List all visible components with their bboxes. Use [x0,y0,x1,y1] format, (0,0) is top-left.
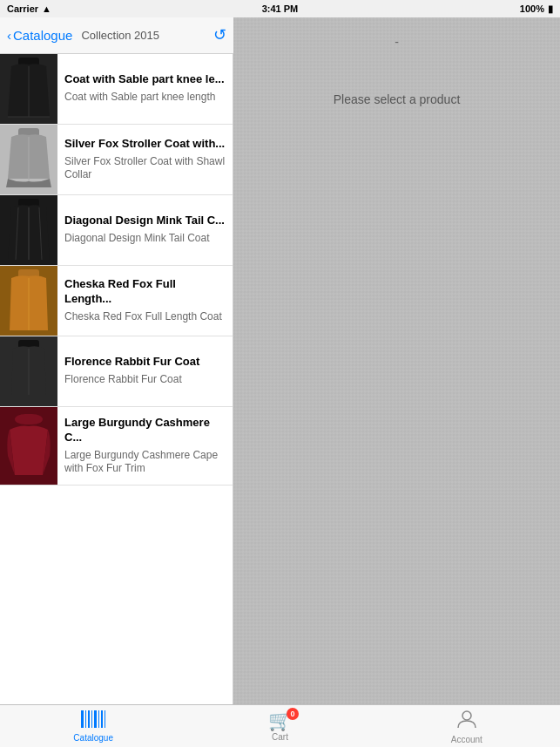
battery-label: 100% [520,3,544,14]
item-title-2: Silver Fox Stroller Coat with... [64,137,226,152]
item-image-4 [0,266,57,336]
item-text-1: Coat with Sable part knee le... Coat wit… [57,54,233,124]
wifi-icon: ▲ [42,3,51,14]
tab-cart[interactable]: 🛒 0 Cart [186,708,373,745]
tab-catalogue[interactable]: Catalogue [0,707,186,746]
item-image-1 [0,54,57,124]
svg-rect-12 [15,414,43,424]
item-text-2: Silver Fox Stroller Coat with... Silver … [57,125,233,194]
list-item[interactable]: Coat with Sable part knee le... Coat wit… [0,54,233,125]
account-icon [455,709,479,733]
nav-collection-title: Collection 2015 [81,29,159,42]
item-subtitle-6: Large Burgundy Cashmere Cape with Fox Fu… [64,449,226,476]
status-left: Carrier ▲ [7,3,51,14]
item-text-5: Florence Rabbit Fur Coat Florence Rabbit… [57,336,233,406]
item-title-1: Coat with Sable part knee le... [64,72,226,87]
item-subtitle-2: Silver Fox Stroller Coat with Shawl Coll… [64,155,226,182]
svg-rect-19 [101,710,103,728]
item-title-5: Florence Rabbit Fur Coat [64,355,226,370]
nav-bar: ‹ Catalogue Collection 2015 ↺ [0,17,233,54]
select-product-label: Please select a product [334,92,461,106]
item-subtitle-5: Florence Rabbit Fur Coat [64,373,226,387]
tab-account[interactable]: Account [374,705,560,748]
list-item[interactable]: Silver Fox Stroller Coat with... Silver … [0,125,233,195]
status-bar: Carrier ▲ 3:41 PM 100% ▮ [0,0,560,17]
svg-rect-13 [81,710,84,728]
list-column: ‹ Catalogue Collection 2015 ↺ C [0,17,233,704]
list-item[interactable]: Cheska Red Fox Full Length... Cheska Red… [0,266,233,336]
item-subtitle-4: Cheska Red Fox Full Length Coat [64,310,226,324]
battery-icon: ▮ [548,3,553,15]
svg-rect-18 [98,710,99,728]
main-layout: ‹ Catalogue Collection 2015 ↺ C [0,17,560,704]
detail-separator: - [395,35,399,49]
svg-rect-17 [94,710,97,728]
item-image-5 [0,336,57,406]
item-subtitle-3: Diagonal Design Mink Tail Coat [64,232,226,246]
item-title-6: Large Burgundy Cashmere C... [64,416,226,445]
cart-badge-container: 🛒 0 [268,711,292,730]
cart-count-badge: 0 [287,708,299,720]
svg-point-21 [462,711,471,720]
list-item[interactable]: Large Burgundy Cashmere C... Large Burgu… [0,407,233,486]
item-text-6: Large Burgundy Cashmere C... Large Burgu… [57,407,233,485]
tab-catalogue-label: Catalogue [73,733,113,743]
barcode-icon [81,710,105,731]
item-text-4: Cheska Red Fox Full Length... Cheska Red… [57,266,233,336]
product-list: Coat with Sable part knee le... Coat wit… [0,54,233,704]
refresh-button[interactable]: ↺ [213,25,226,44]
tab-bar: Catalogue 🛒 0 Cart Account [0,704,560,747]
item-subtitle-1: Coat with Sable part knee length [64,91,226,105]
item-title-4: Cheska Red Fox Full Length... [64,277,226,307]
status-right: 100% ▮ [520,3,553,15]
list-item[interactable]: Florence Rabbit Fur Coat Florence Rabbit… [0,336,233,407]
carrier-label: Carrier [7,3,38,14]
tab-account-label: Account [451,735,482,744]
item-title-3: Diagonal Design Mink Tail C... [64,214,226,228]
list-item[interactable]: Diagonal Design Mink Tail C... Diagonal … [0,195,233,266]
item-text-3: Diagonal Design Mink Tail C... Diagonal … [57,195,233,265]
svg-rect-20 [105,710,105,728]
detail-content: - Please select a product [334,35,461,106]
svg-rect-14 [85,710,86,728]
back-button[interactable]: ‹ Catalogue [7,28,72,43]
item-image-6 [0,407,57,485]
back-label: Catalogue [13,28,72,43]
tab-cart-label: Cart [272,732,288,742]
item-image-3 [0,195,57,265]
svg-rect-16 [91,710,92,728]
status-time: 3:41 PM [262,3,299,14]
item-image-2 [0,125,57,194]
detail-panel: - Please select a product [233,17,560,704]
svg-rect-15 [88,710,90,728]
chevron-left-icon: ‹ [7,28,11,43]
